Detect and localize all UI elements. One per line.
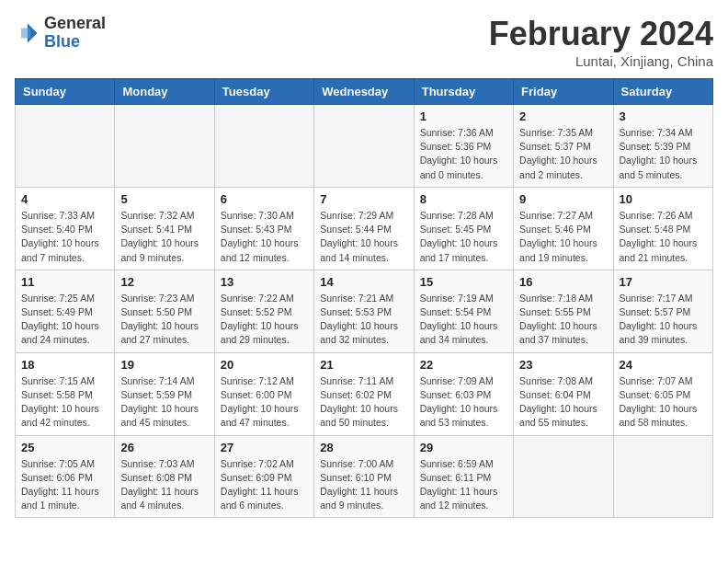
calendar-body: 1Sunrise: 7:36 AM Sunset: 5:36 PM Daylig…: [16, 105, 713, 518]
logo: General Blue: [15, 15, 106, 52]
day-number: 13: [221, 275, 308, 289]
day-number: 12: [120, 275, 208, 289]
day-number: 3: [620, 109, 707, 123]
day-number: 24: [620, 358, 707, 372]
day-number: 19: [120, 358, 208, 372]
calendar-cell: 13Sunrise: 7:22 AM Sunset: 5:52 PM Dayli…: [214, 270, 313, 352]
calendar-cell: 11Sunrise: 7:25 AM Sunset: 5:49 PM Dayli…: [16, 270, 115, 352]
calendar-cell: 25Sunrise: 7:05 AM Sunset: 6:06 PM Dayli…: [16, 435, 115, 518]
day-info: Sunrise: 7:28 AM Sunset: 5:45 PM Dayligh…: [420, 209, 507, 265]
day-info: Sunrise: 7:05 AM Sunset: 6:06 PM Dayligh…: [21, 457, 108, 513]
day-number: 28: [320, 441, 407, 454]
day-info: Sunrise: 7:25 AM Sunset: 5:49 PM Dayligh…: [21, 292, 108, 348]
day-info: Sunrise: 7:26 AM Sunset: 5:48 PM Dayligh…: [620, 209, 707, 265]
calendar-cell: 2Sunrise: 7:35 AM Sunset: 5:37 PM Daylig…: [514, 105, 613, 188]
day-number: 29: [420, 441, 507, 454]
calendar-week-5: 25Sunrise: 7:05 AM Sunset: 6:06 PM Dayli…: [16, 435, 713, 518]
calendar-cell: 7Sunrise: 7:29 AM Sunset: 5:44 PM Daylig…: [314, 187, 414, 270]
calendar-header-tuesday: Tuesday: [214, 79, 313, 105]
calendar-table: SundayMondayTuesdayWednesdayThursdayFrid…: [15, 78, 713, 518]
month-title: February 2024: [489, 15, 713, 53]
day-number: 1: [420, 109, 507, 123]
calendar-cell: 6Sunrise: 7:30 AM Sunset: 5:43 PM Daylig…: [214, 187, 313, 270]
day-info: Sunrise: 7:02 AM Sunset: 6:09 PM Dayligh…: [221, 457, 308, 513]
day-info: Sunrise: 7:03 AM Sunset: 6:08 PM Dayligh…: [120, 457, 208, 513]
calendar-cell: 1Sunrise: 7:36 AM Sunset: 5:36 PM Daylig…: [414, 105, 513, 188]
day-number: 25: [21, 441, 108, 454]
calendar-cell: [613, 435, 712, 518]
day-info: Sunrise: 7:19 AM Sunset: 5:54 PM Dayligh…: [420, 292, 507, 348]
day-number: 7: [320, 192, 407, 206]
day-number: 2: [519, 109, 607, 123]
calendar-cell: 22Sunrise: 7:09 AM Sunset: 6:03 PM Dayli…: [414, 352, 513, 435]
day-info: Sunrise: 7:33 AM Sunset: 5:40 PM Dayligh…: [21, 209, 108, 265]
calendar-cell: [514, 435, 613, 518]
calendar-header-sunday: Sunday: [16, 79, 115, 105]
title-area: February 2024 Luntai, Xinjiang, China: [489, 15, 713, 69]
calendar-cell: [214, 105, 313, 188]
calendar-cell: 12Sunrise: 7:23 AM Sunset: 5:50 PM Dayli…: [115, 270, 214, 352]
day-number: 9: [519, 192, 607, 206]
calendar-header-row: SundayMondayTuesdayWednesdayThursdayFrid…: [16, 79, 713, 105]
calendar-cell: 14Sunrise: 7:21 AM Sunset: 5:53 PM Dayli…: [314, 270, 414, 352]
day-number: 6: [221, 192, 308, 206]
logo-icon: [15, 20, 40, 46]
day-info: Sunrise: 7:00 AM Sunset: 6:10 PM Dayligh…: [320, 457, 407, 513]
calendar-week-2: 4Sunrise: 7:33 AM Sunset: 5:40 PM Daylig…: [16, 187, 713, 270]
day-info: Sunrise: 7:29 AM Sunset: 5:44 PM Dayligh…: [320, 209, 407, 265]
day-number: 11: [21, 275, 108, 289]
day-info: Sunrise: 7:23 AM Sunset: 5:50 PM Dayligh…: [120, 292, 208, 348]
calendar-cell: 29Sunrise: 6:59 AM Sunset: 6:11 PM Dayli…: [414, 435, 513, 518]
calendar-cell: 17Sunrise: 7:17 AM Sunset: 5:57 PM Dayli…: [613, 270, 712, 352]
day-number: 18: [21, 358, 108, 372]
calendar-cell: 20Sunrise: 7:12 AM Sunset: 6:00 PM Dayli…: [214, 352, 313, 435]
calendar-cell: 16Sunrise: 7:18 AM Sunset: 5:55 PM Dayli…: [514, 270, 613, 352]
day-info: Sunrise: 7:09 AM Sunset: 6:03 PM Dayligh…: [420, 374, 507, 431]
day-number: 8: [420, 192, 507, 206]
day-info: Sunrise: 7:18 AM Sunset: 5:55 PM Dayligh…: [519, 292, 607, 348]
calendar-week-3: 11Sunrise: 7:25 AM Sunset: 5:49 PM Dayli…: [16, 270, 713, 352]
day-info: Sunrise: 7:08 AM Sunset: 6:04 PM Dayligh…: [519, 374, 607, 431]
calendar-header-wednesday: Wednesday: [314, 79, 414, 105]
calendar-cell: 10Sunrise: 7:26 AM Sunset: 5:48 PM Dayli…: [613, 187, 712, 270]
day-info: Sunrise: 7:17 AM Sunset: 5:57 PM Dayligh…: [620, 292, 707, 348]
calendar-cell: [16, 105, 115, 188]
day-number: 14: [320, 275, 407, 289]
day-info: Sunrise: 7:35 AM Sunset: 5:37 PM Dayligh…: [519, 126, 607, 182]
day-info: Sunrise: 7:07 AM Sunset: 6:05 PM Dayligh…: [620, 374, 707, 431]
calendar-cell: 9Sunrise: 7:27 AM Sunset: 5:46 PM Daylig…: [514, 187, 613, 270]
calendar-cell: 24Sunrise: 7:07 AM Sunset: 6:05 PM Dayli…: [613, 352, 712, 435]
day-info: Sunrise: 7:11 AM Sunset: 6:02 PM Dayligh…: [320, 374, 407, 431]
day-info: Sunrise: 7:36 AM Sunset: 5:36 PM Dayligh…: [420, 126, 507, 182]
day-number: 10: [620, 192, 707, 206]
calendar-header-saturday: Saturday: [613, 79, 712, 105]
day-number: 27: [221, 441, 308, 454]
day-number: 15: [420, 275, 507, 289]
day-number: 4: [21, 192, 108, 206]
calendar-cell: 27Sunrise: 7:02 AM Sunset: 6:09 PM Dayli…: [214, 435, 313, 518]
logo-general-text: General: [44, 15, 106, 33]
calendar-cell: 18Sunrise: 7:15 AM Sunset: 5:58 PM Dayli…: [16, 352, 115, 435]
calendar-cell: 15Sunrise: 7:19 AM Sunset: 5:54 PM Dayli…: [414, 270, 513, 352]
page-header: General Blue February 2024 Luntai, Xinji…: [15, 15, 713, 69]
calendar-cell: 26Sunrise: 7:03 AM Sunset: 6:08 PM Dayli…: [115, 435, 214, 518]
day-info: Sunrise: 7:22 AM Sunset: 5:52 PM Dayligh…: [221, 292, 308, 348]
calendar-cell: 5Sunrise: 7:32 AM Sunset: 5:41 PM Daylig…: [115, 187, 214, 270]
calendar-week-1: 1Sunrise: 7:36 AM Sunset: 5:36 PM Daylig…: [16, 105, 713, 188]
calendar-cell: 4Sunrise: 7:33 AM Sunset: 5:40 PM Daylig…: [16, 187, 115, 270]
day-number: 17: [620, 275, 707, 289]
location-text: Luntai, Xinjiang, China: [489, 53, 713, 69]
day-number: 21: [320, 358, 407, 372]
calendar-header-friday: Friday: [514, 79, 613, 105]
day-info: Sunrise: 7:32 AM Sunset: 5:41 PM Dayligh…: [120, 209, 208, 265]
calendar-cell: 19Sunrise: 7:14 AM Sunset: 5:59 PM Dayli…: [115, 352, 214, 435]
calendar-cell: 21Sunrise: 7:11 AM Sunset: 6:02 PM Dayli…: [314, 352, 414, 435]
day-info: Sunrise: 7:34 AM Sunset: 5:39 PM Dayligh…: [620, 126, 707, 182]
logo-blue-text: Blue: [44, 33, 106, 52]
calendar-cell: 23Sunrise: 7:08 AM Sunset: 6:04 PM Dayli…: [514, 352, 613, 435]
day-info: Sunrise: 7:27 AM Sunset: 5:46 PM Dayligh…: [519, 209, 607, 265]
calendar-header-monday: Monday: [115, 79, 214, 105]
calendar-cell: [314, 105, 414, 188]
svg-marker-1: [21, 28, 31, 38]
day-number: 5: [120, 192, 208, 206]
